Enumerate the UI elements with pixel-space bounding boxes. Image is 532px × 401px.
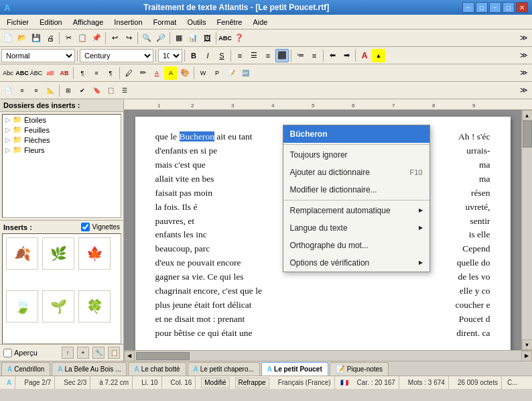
cm-item-orthographe[interactable]: Orthographe du mot... [283,237,429,254]
scroll-thumb[interactable] [523,121,532,148]
vignette-3[interactable]: 🍁 [78,237,111,270]
scroll-down-button[interactable]: ▼ [522,339,533,350]
image-button[interactable]: 🖼 [200,32,214,45]
zoom-button[interactable]: 🔎 [154,32,168,45]
new-button[interactable]: 📄 [1,32,15,45]
status-refrappe-button[interactable]: Refrappe [235,378,269,388]
hscroll-right-button[interactable]: ▶ [521,351,532,361]
tb3-17[interactable]: 🔤 [239,66,252,80]
menu-format[interactable]: Format [148,15,182,29]
hscroll-thumb[interactable] [136,352,190,360]
cm-item-toujours-ignorer[interactable]: Toujours ignorer [283,146,429,164]
toolbar3-options[interactable]: ≫ [517,66,531,80]
tb3-10[interactable]: ✏ [136,66,149,80]
tree-item-fleurs[interactable]: ▷ 📁 Fleurs [3,145,121,155]
tb3-13[interactable]: 🎨 [178,66,192,80]
tb4-7[interactable]: 🔖 [90,84,103,97]
document-area[interactable]: que le Bucheron ait eu tant Ah ! s'éc d'… [124,110,521,350]
tb4-8[interactable]: 📋 [104,84,117,97]
undo-button[interactable]: ↩ [108,32,121,45]
redo-button[interactable]: ↪ [122,32,135,45]
apercu-checkbox-label[interactable]: Aperçu [3,349,38,357]
font-color-button[interactable]: A [358,49,371,62]
tb4-5[interactable]: ⊞ [62,84,75,97]
cut-button[interactable]: ✂ [62,32,75,45]
tb3-5[interactable]: AB [58,66,71,80]
open-button[interactable]: 📂 [15,32,29,45]
tree-item-etoiles[interactable]: ▷ 📁 Étoiles [3,115,121,125]
numbered-list-button[interactable]: ≡ [308,49,321,62]
tree-item-fleches[interactable]: ▷ 📁 Flèches [3,135,121,145]
vignettes-checkbox-label[interactable]: Vignettes [81,223,120,231]
panel-btn-1[interactable]: ↑ [62,347,74,359]
panel-btn-3[interactable]: 🔧 [92,347,105,359]
align-center-button[interactable]: ☰ [247,49,261,62]
cm-item-remplacement[interactable]: Remplacement automatique [283,202,429,219]
table-button[interactable]: ▦ [172,32,186,45]
help-button[interactable]: ❓ [232,32,246,45]
tb4-2[interactable]: ≡ [15,84,29,97]
cm-item-langue[interactable]: Langue du texte [283,219,429,237]
apercu-checkbox[interactable] [3,349,12,357]
italic-button[interactable]: I [201,49,214,62]
vignette-5[interactable]: 🌱 [42,290,74,323]
tab-petit-chaperon[interactable]: A Le petit chapero... [188,362,260,376]
copy-button[interactable]: 📋 [76,32,89,45]
scroll-up-button[interactable]: ▲ [522,110,533,121]
size-dropdown[interactable]: 10 [158,49,182,62]
tb3-1[interactable]: Abc [1,66,15,80]
tb3-14[interactable]: W [196,66,210,80]
tb4-6[interactable]: ✔ [76,84,89,97]
tb4-9[interactable]: ☰ [118,84,131,97]
tb3-3[interactable]: ÀBC [29,66,43,80]
toolbar4-options[interactable]: ≫ [517,84,531,97]
toolbar2-options[interactable]: ≫ [517,49,531,62]
bold-button[interactable]: B [187,49,200,62]
cm-item-ajouter-dictionnaire[interactable]: Ajouter au dictionnaire F10 [283,164,429,181]
indent-less-button[interactable]: ⬅ [326,49,339,62]
tb3-9[interactable]: 🖊 [122,66,135,80]
tb4-1[interactable]: 📄 [1,84,15,97]
menu-fichier[interactable]: Fichier [1,15,34,29]
tab-pique-notes[interactable]: 📝 Pique-notes [330,362,389,376]
tab-chat-botte[interactable]: A Le chat botté [128,362,186,376]
style-dropdown[interactable]: Normal [1,49,75,62]
menu-fenetre[interactable]: Fenêtre [212,15,248,29]
menu-affichage[interactable]: Affichage [68,15,109,29]
tab-belle-au-bois[interactable]: A La Belle Au Bois ... [52,362,127,376]
maximize-doc-button[interactable]: □ [503,2,515,13]
minimize-button[interactable]: − [462,2,474,13]
vertical-scrollbar[interactable]: ▲ ▼ [521,110,532,350]
hscroll-track[interactable] [135,351,521,361]
menu-outils[interactable]: Outils [182,15,211,29]
chart-button[interactable]: 📊 [186,32,200,45]
vignettes-checkbox[interactable] [81,223,90,231]
minimize-doc-button[interactable]: − [489,2,501,13]
tb3-4[interactable]: aB [44,66,57,80]
tree-item-feuilles[interactable]: ▷ 📁 Feuilles [3,125,121,135]
highlight-button[interactable]: ▲ [372,49,385,62]
tb3-12[interactable]: A [164,66,178,80]
bullet-list-button[interactable]: ≔ [293,49,307,62]
tb3-16[interactable]: 📝 [224,66,238,80]
align-justify-button[interactable]: ⬛ [275,49,289,62]
tab-petit-poucet[interactable]: A Le petit Poucet [261,362,328,376]
cm-highlighted-word[interactable]: Bücheron [283,125,429,143]
tb3-6[interactable]: ¶ [76,66,89,80]
cm-item-modifier-dictionnaire[interactable]: Modifier le dictionnaire... [283,181,429,198]
tb3-7[interactable]: ≡ [90,66,103,80]
cm-item-options-verification[interactable]: Options de vérification [283,254,429,272]
menu-insertion[interactable]: Insertion [109,15,147,29]
tab-cendrillon[interactable]: A Cendrillon [1,362,50,376]
align-right-button[interactable]: ≡ [261,49,275,62]
underline-button[interactable]: S [215,49,228,62]
tb3-15[interactable]: P [210,66,224,80]
vignette-1[interactable]: 🍂 [6,237,38,270]
tb4-4[interactable]: 📐 [44,84,57,97]
panel-btn-4[interactable]: 📋 [108,347,120,359]
scroll-track[interactable] [522,121,532,339]
close-button[interactable]: ✕ [516,2,528,13]
dossiers-tree[interactable]: ▷ 📁 Étoiles ▷ 📁 Feuilles ▷ 📁 Flèches ▷ 📁… [2,114,121,218]
paste-button[interactable]: 📌 [90,32,103,45]
tb3-8[interactable]: ¶ [104,66,117,80]
